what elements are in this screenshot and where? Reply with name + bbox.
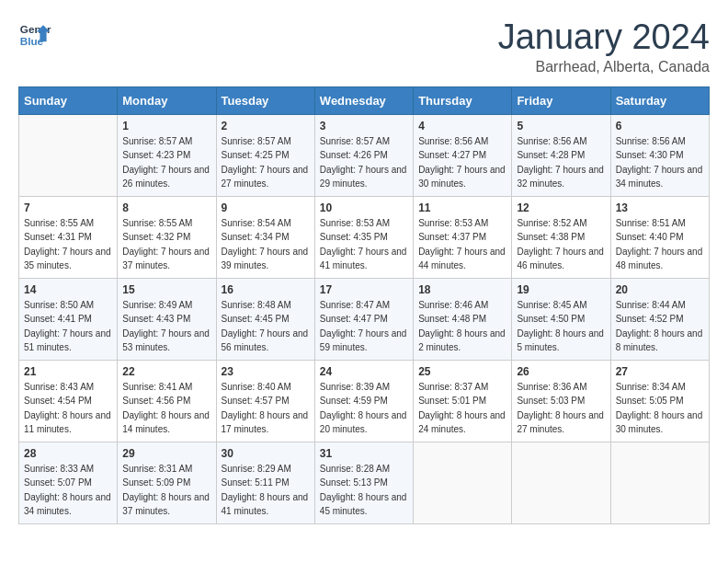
day-number: 3 (320, 120, 408, 132)
day-number: 24 (320, 365, 408, 378)
day-cell: 30Sunrise: 8:29 AMSunset: 5:11 PMDayligh… (216, 442, 314, 523)
day-cell: 29Sunrise: 8:31 AMSunset: 5:09 PMDayligh… (118, 442, 216, 523)
calendar-subtitle: Barrhead, Alberta, Canada (498, 59, 710, 75)
day-info: Sunrise: 8:57 AMSunset: 4:23 PMDaylight:… (122, 134, 210, 191)
day-number: 14 (24, 283, 112, 296)
day-number: 16 (222, 283, 310, 296)
day-cell: 7Sunrise: 8:55 AMSunset: 4:31 PMDaylight… (19, 196, 118, 278)
day-cell: 3Sunrise: 8:57 AMSunset: 4:26 PMDaylight… (314, 114, 413, 196)
day-cell: 16Sunrise: 8:48 AMSunset: 4:45 PMDayligh… (216, 278, 314, 360)
day-cell: 10Sunrise: 8:53 AMSunset: 4:35 PMDayligh… (314, 196, 413, 278)
day-info: Sunrise: 8:51 AMSunset: 4:40 PMDaylight:… (616, 216, 704, 273)
week-row-1: 1Sunrise: 8:57 AMSunset: 4:23 PMDaylight… (19, 114, 710, 196)
day-cell: 14Sunrise: 8:50 AMSunset: 4:41 PMDayligh… (19, 278, 118, 360)
day-number: 23 (222, 365, 310, 378)
day-cell: 12Sunrise: 8:52 AMSunset: 4:38 PMDayligh… (512, 196, 610, 278)
day-info: Sunrise: 8:37 AMSunset: 5:01 PMDaylight:… (418, 380, 506, 437)
day-info: Sunrise: 8:48 AMSunset: 4:45 PMDaylight:… (222, 298, 310, 355)
day-cell: 6Sunrise: 8:56 AMSunset: 4:30 PMDaylight… (610, 114, 709, 196)
day-info: Sunrise: 8:54 AMSunset: 4:34 PMDaylight:… (222, 216, 310, 273)
day-info: Sunrise: 8:29 AMSunset: 5:11 PMDaylight:… (222, 462, 310, 519)
day-number: 8 (122, 201, 210, 214)
day-cell (512, 442, 610, 523)
day-info: Sunrise: 8:28 AMSunset: 5:13 PMDaylight:… (320, 462, 408, 519)
day-info: Sunrise: 8:33 AMSunset: 5:07 PMDaylight:… (24, 462, 112, 519)
day-number: 22 (122, 365, 210, 378)
header-day-wednesday: Wednesday (314, 86, 413, 114)
week-row-5: 28Sunrise: 8:33 AMSunset: 5:07 PMDayligh… (19, 442, 710, 523)
day-number: 10 (320, 201, 408, 214)
day-number: 29 (122, 447, 210, 460)
day-info: Sunrise: 8:41 AMSunset: 4:56 PMDaylight:… (122, 380, 210, 437)
week-row-4: 21Sunrise: 8:43 AMSunset: 4:54 PMDayligh… (19, 360, 710, 442)
day-number: 27 (616, 365, 704, 378)
day-info: Sunrise: 8:55 AMSunset: 4:32 PMDaylight:… (122, 216, 210, 273)
header-day-thursday: Thursday (414, 86, 512, 114)
day-cell: 1Sunrise: 8:57 AMSunset: 4:23 PMDaylight… (118, 114, 216, 196)
page-header: General Blue January 2024 Barrhead, Albe… (18, 18, 710, 75)
day-info: Sunrise: 8:34 AMSunset: 5:05 PMDaylight:… (616, 380, 704, 437)
day-cell: 27Sunrise: 8:34 AMSunset: 5:05 PMDayligh… (610, 360, 709, 442)
day-cell: 25Sunrise: 8:37 AMSunset: 5:01 PMDayligh… (414, 360, 512, 442)
day-number: 12 (517, 201, 605, 214)
day-cell: 2Sunrise: 8:57 AMSunset: 4:25 PMDaylight… (216, 114, 314, 196)
day-number: 19 (517, 283, 605, 296)
day-cell: 20Sunrise: 8:44 AMSunset: 4:52 PMDayligh… (610, 278, 709, 360)
header-day-monday: Monday (118, 86, 216, 114)
header-day-tuesday: Tuesday (216, 86, 314, 114)
day-number: 28 (24, 447, 112, 460)
day-info: Sunrise: 8:47 AMSunset: 4:47 PMDaylight:… (320, 298, 408, 355)
day-info: Sunrise: 8:31 AMSunset: 5:09 PMDaylight:… (122, 462, 210, 519)
day-number: 31 (320, 447, 408, 460)
day-info: Sunrise: 8:45 AMSunset: 4:50 PMDaylight:… (517, 298, 605, 355)
week-row-2: 7Sunrise: 8:55 AMSunset: 4:31 PMDaylight… (19, 196, 710, 278)
day-number: 18 (418, 283, 506, 296)
day-cell: 8Sunrise: 8:55 AMSunset: 4:32 PMDaylight… (118, 196, 216, 278)
day-info: Sunrise: 8:40 AMSunset: 4:57 PMDaylight:… (222, 380, 310, 437)
day-info: Sunrise: 8:50 AMSunset: 4:41 PMDaylight:… (24, 298, 112, 355)
header-row: SundayMondayTuesdayWednesdayThursdayFrid… (19, 86, 710, 114)
day-number: 17 (320, 283, 408, 296)
day-info: Sunrise: 8:49 AMSunset: 4:43 PMDaylight:… (122, 298, 210, 355)
day-cell (19, 114, 118, 196)
day-number: 25 (418, 365, 506, 378)
day-number: 4 (418, 120, 506, 132)
day-info: Sunrise: 8:53 AMSunset: 4:37 PMDaylight:… (418, 216, 506, 273)
day-number: 21 (24, 365, 112, 378)
title-area: January 2024 Barrhead, Alberta, Canada (498, 18, 710, 75)
day-info: Sunrise: 8:56 AMSunset: 4:27 PMDaylight:… (418, 134, 506, 191)
day-info: Sunrise: 8:39 AMSunset: 4:59 PMDaylight:… (320, 380, 408, 437)
day-number: 5 (517, 120, 605, 132)
day-info: Sunrise: 8:46 AMSunset: 4:48 PMDaylight:… (418, 298, 506, 355)
day-info: Sunrise: 8:56 AMSunset: 4:28 PMDaylight:… (517, 134, 605, 191)
day-number: 26 (517, 365, 605, 378)
day-cell: 18Sunrise: 8:46 AMSunset: 4:48 PMDayligh… (414, 278, 512, 360)
day-info: Sunrise: 8:44 AMSunset: 4:52 PMDaylight:… (616, 298, 704, 355)
day-cell: 19Sunrise: 8:45 AMSunset: 4:50 PMDayligh… (512, 278, 610, 360)
day-number: 20 (616, 283, 704, 296)
day-info: Sunrise: 8:53 AMSunset: 4:35 PMDaylight:… (320, 216, 408, 273)
day-info: Sunrise: 8:57 AMSunset: 4:26 PMDaylight:… (320, 134, 408, 191)
day-cell: 24Sunrise: 8:39 AMSunset: 4:59 PMDayligh… (314, 360, 413, 442)
day-info: Sunrise: 8:55 AMSunset: 4:31 PMDaylight:… (24, 216, 112, 273)
day-info: Sunrise: 8:52 AMSunset: 4:38 PMDaylight:… (517, 216, 605, 273)
day-cell: 28Sunrise: 8:33 AMSunset: 5:07 PMDayligh… (19, 442, 118, 523)
logo-icon: General Blue (18, 18, 51, 52)
header-day-sunday: Sunday (19, 86, 118, 114)
day-cell (610, 442, 709, 523)
day-number: 6 (616, 120, 704, 132)
day-cell: 17Sunrise: 8:47 AMSunset: 4:47 PMDayligh… (314, 278, 413, 360)
header-day-saturday: Saturday (610, 86, 709, 114)
day-info: Sunrise: 8:43 AMSunset: 4:54 PMDaylight:… (24, 380, 112, 437)
day-number: 30 (222, 447, 310, 460)
day-number: 1 (122, 120, 210, 132)
header-day-friday: Friday (512, 86, 610, 114)
day-number: 15 (122, 283, 210, 296)
day-cell: 22Sunrise: 8:41 AMSunset: 4:56 PMDayligh… (118, 360, 216, 442)
day-cell: 15Sunrise: 8:49 AMSunset: 4:43 PMDayligh… (118, 278, 216, 360)
day-cell: 21Sunrise: 8:43 AMSunset: 4:54 PMDayligh… (19, 360, 118, 442)
calendar-title: January 2024 (498, 18, 710, 57)
day-cell: 9Sunrise: 8:54 AMSunset: 4:34 PMDaylight… (216, 196, 314, 278)
logo: General Blue (18, 18, 51, 52)
day-info: Sunrise: 8:57 AMSunset: 4:25 PMDaylight:… (222, 134, 310, 191)
